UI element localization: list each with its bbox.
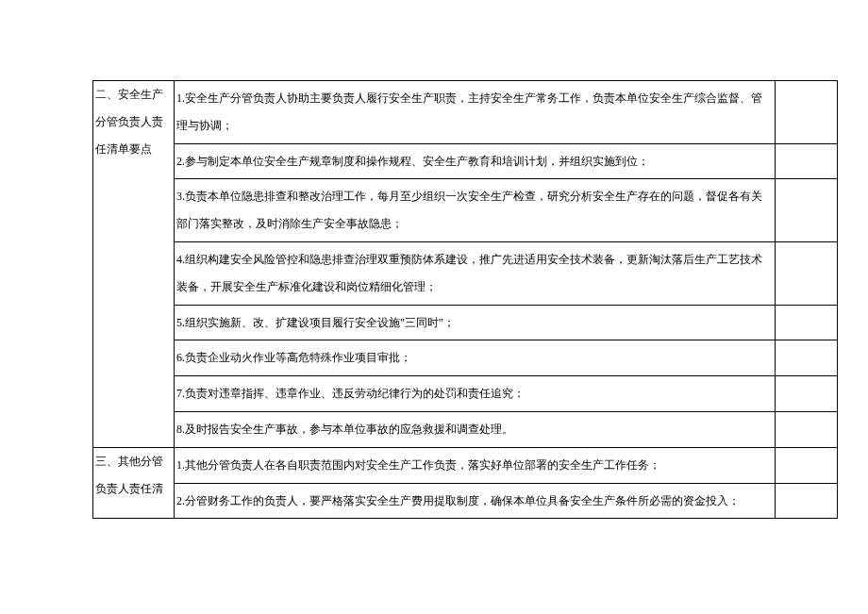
section-2-item-8-blank (776, 411, 838, 447)
section-2-item-1: 1.安全生产分管负责人协助主要负责人履行安全生产职责，主持安全生产常务工作，负责… (174, 81, 775, 144)
section-2-heading: 二、安全生产分管负责人责任清单要点 (93, 81, 175, 448)
section-3-item-1-blank (776, 447, 838, 483)
section-3-item-2: 2.分管财务工作的负责人，要严格落实安全生产费用提取制度，确保本单位具备安全生产… (174, 483, 775, 519)
responsibility-table: 二、安全生产分管负责人责任清单要点 1.安全生产分管负责人协助主要负责人履行安全… (92, 80, 838, 519)
section-2-item-2-blank (776, 143, 838, 179)
section-2-item-7: 7.负责对违章指挥、违章作业、违反劳动纪律行为的处罚和责任追究； (174, 376, 775, 412)
section-2-item-6-blank (776, 340, 838, 376)
section-3-heading: 三、其他分管负责人责任清 (93, 447, 175, 519)
section-2-item-3: 3.负责本单位隐患排查和整改治理工作，每月至少组织一次安全生产检查，研究分析安全… (174, 179, 775, 242)
section-2-item-8: 8.及时报告安全生产事故，参与本单位事故的应急救援和调查处理。 (174, 411, 775, 447)
section-2-item-4: 4.组织构建安全风险管控和隐患排查治理双重预防体系建设，推广先进适用安全技术装备… (174, 241, 775, 305)
section-2-item-7-blank (776, 376, 838, 412)
section-3-item-2-blank (776, 483, 838, 519)
section-2-item-3-blank (776, 179, 838, 242)
section-2-item-6: 6.负责企业动火作业等高危特殊作业项目审批； (174, 340, 775, 376)
section-2-item-4-blank (776, 241, 838, 305)
section-2-item-5: 5.组织实施新、改、扩建设项目履行安全设施"三同时"； (174, 305, 775, 340)
section-2-item-2: 2.参与制定本单位安全生产规章制度和操作规程、安全生产教育和培训计划，并组织实施… (174, 143, 775, 179)
section-2-item-5-blank (776, 305, 838, 340)
section-2-item-1-blank (776, 81, 838, 144)
section-3-item-1: 1.其他分管负责人在各自职责范围内对安全生产工作负责，落实好单位部署的安全生产工… (174, 447, 775, 483)
